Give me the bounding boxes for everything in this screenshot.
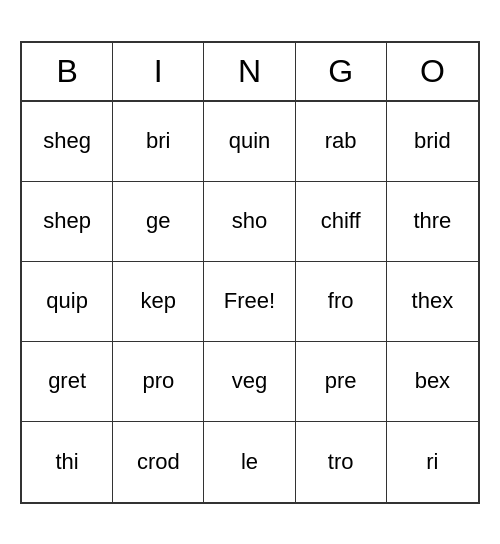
header-cell-o: O — [387, 43, 478, 100]
header-cell-b: B — [22, 43, 113, 100]
bingo-cell-r3-c3: pre — [296, 342, 387, 422]
bingo-cell-r4-c4: ri — [387, 422, 478, 502]
bingo-cell-r0-c4: brid — [387, 102, 478, 182]
bingo-cell-r2-c4: thex — [387, 262, 478, 342]
header-cell-i: I — [113, 43, 204, 100]
bingo-cell-r1-c0: shep — [22, 182, 113, 262]
bingo-cell-r1-c1: ge — [113, 182, 204, 262]
header-cell-n: N — [204, 43, 295, 100]
bingo-cell-r1-c2: sho — [204, 182, 295, 262]
bingo-cell-r3-c4: bex — [387, 342, 478, 422]
bingo-cell-r4-c3: tro — [296, 422, 387, 502]
bingo-cell-r0-c1: bri — [113, 102, 204, 182]
bingo-cell-r4-c0: thi — [22, 422, 113, 502]
bingo-cell-r0-c0: sheg — [22, 102, 113, 182]
bingo-grid: shegbriquinrabbridshepgeshochiffthrequip… — [22, 102, 478, 502]
bingo-cell-r2-c3: fro — [296, 262, 387, 342]
header-cell-g: G — [296, 43, 387, 100]
bingo-cell-r4-c1: crod — [113, 422, 204, 502]
bingo-cell-r0-c2: quin — [204, 102, 295, 182]
bingo-cell-r1-c4: thre — [387, 182, 478, 262]
bingo-cell-r2-c2: Free! — [204, 262, 295, 342]
bingo-cell-r4-c2: le — [204, 422, 295, 502]
bingo-card: BINGO shegbriquinrabbridshepgeshochiffth… — [20, 41, 480, 504]
bingo-cell-r2-c0: quip — [22, 262, 113, 342]
bingo-cell-r2-c1: kep — [113, 262, 204, 342]
bingo-cell-r3-c1: pro — [113, 342, 204, 422]
bingo-cell-r3-c0: gret — [22, 342, 113, 422]
bingo-header: BINGO — [22, 43, 478, 102]
bingo-cell-r1-c3: chiff — [296, 182, 387, 262]
bingo-cell-r3-c2: veg — [204, 342, 295, 422]
bingo-cell-r0-c3: rab — [296, 102, 387, 182]
